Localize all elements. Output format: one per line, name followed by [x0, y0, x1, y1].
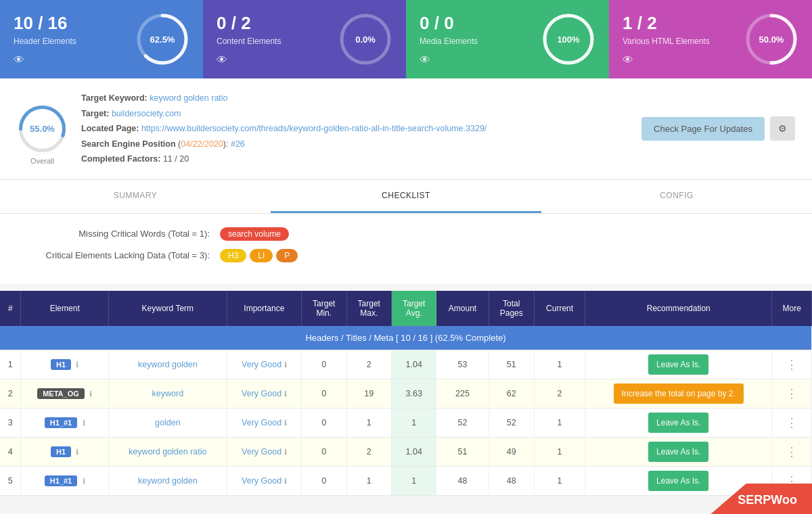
row-total-pages: 49	[489, 437, 534, 466]
stat-card-media: 0 / 0 Media Elements 👁 100%	[406, 0, 609, 78]
various-stat-label: Various HTML Elements	[623, 37, 710, 46]
row-element: H1_#1 ℹ	[21, 466, 108, 495]
content-circle: 0.0%	[338, 12, 392, 66]
row-element: H1 ℹ	[21, 437, 108, 466]
row-num: 3	[0, 408, 21, 437]
more-button[interactable]: ⋮	[786, 444, 798, 459]
tab-checklist[interactable]: CHECKLIST	[271, 180, 541, 213]
row-importance: Very Good ℹ	[227, 437, 301, 466]
lacking-tag-li: LI	[250, 249, 273, 262]
row-element: H1 ℹ	[21, 350, 108, 379]
row-keyword: keyword golden	[108, 466, 227, 495]
row-keyword: golden	[108, 408, 227, 437]
row-target-max: 2	[346, 350, 391, 379]
row-recommendation: Leave As Is.	[585, 350, 772, 379]
row-element: H1_#1 ℹ	[21, 408, 108, 437]
table-row: 4 H1 ℹ keyword golden ratio Very Good ℹ …	[0, 437, 812, 466]
row-amount: 52	[436, 408, 489, 437]
media-circle: 100%	[541, 12, 595, 66]
col-current: Current	[534, 291, 585, 326]
row-current: 2	[534, 379, 585, 408]
row-target-min: 0	[302, 466, 346, 495]
lacking-data-row: Critical Elements Lacking Data (Total = …	[20, 249, 792, 262]
header-circle: 62.5%	[135, 12, 189, 66]
content-eye-icon[interactable]: 👁	[217, 54, 281, 66]
row-recommendation: Leave As Is.	[585, 437, 772, 466]
overall-circle: 55.0% Overall	[17, 103, 68, 154]
position-num: #26	[231, 139, 245, 149]
row-more[interactable]: ⋮	[772, 437, 812, 466]
row-importance: Very Good ℹ	[227, 379, 301, 408]
header-eye-icon[interactable]: 👁	[14, 54, 76, 66]
info-section: 55.0% Overall Target Keyword: keyword go…	[0, 78, 812, 180]
row-current: 1	[534, 350, 585, 379]
row-target-min: 0	[302, 437, 346, 466]
various-circle: 50.0%	[744, 12, 798, 66]
table-wrapper: # Element Keyword Term Importance Target…	[0, 291, 812, 496]
row-importance: Very Good ℹ	[227, 466, 301, 495]
row-target-min: 0	[302, 379, 346, 408]
completed-factors: 11 / 20	[163, 154, 189, 164]
media-percent: 100%	[557, 34, 579, 45]
col-importance: Importance	[227, 291, 301, 326]
row-current: 1	[534, 408, 585, 437]
missing-critical-row: Missing Critical Words (Total = 1): sear…	[20, 227, 792, 241]
tab-summary[interactable]: SUMMARY	[0, 180, 271, 213]
row-amount: 53	[436, 350, 489, 379]
various-eye-icon[interactable]: 👁	[623, 54, 710, 66]
various-percent: 50.0%	[759, 34, 784, 45]
row-amount: 225	[436, 379, 489, 408]
row-target-max: 1	[346, 408, 391, 437]
row-target-avg: 1	[392, 466, 436, 495]
lacking-tag-h3: H3	[220, 249, 246, 262]
gear-button[interactable]: ⚙	[770, 116, 795, 141]
media-eye-icon[interactable]: 👁	[420, 54, 478, 66]
lacking-data-label: Critical Elements Lacking Data (Total = …	[20, 250, 210, 260]
col-target-max: TargetMax.	[346, 291, 391, 326]
tab-config[interactable]: CONFIG	[541, 180, 812, 213]
table-row: 5 H1_#1 ℹ keyword golden Very Good ℹ 0 1…	[0, 466, 812, 495]
row-keyword: keyword golden ratio	[108, 437, 227, 466]
target-site-link[interactable]: buildersociety.com	[112, 109, 181, 118]
row-more[interactable]: ⋮	[772, 350, 812, 379]
stat-card-content: 0 / 2 Content Elements 👁 0.0%	[203, 0, 406, 78]
checklist-table: # Element Keyword Term Importance Target…	[0, 291, 812, 496]
overall-label: Overall	[30, 157, 54, 165]
check-page-button[interactable]: Check Page For Updates	[641, 117, 765, 141]
row-num: 5	[0, 466, 21, 495]
row-element: META_OG ℹ	[21, 379, 108, 408]
row-keyword: keyword golden	[108, 350, 227, 379]
more-button[interactable]: ⋮	[786, 386, 798, 401]
row-target-max: 1	[346, 466, 391, 495]
located-page-link[interactable]: https://www.buildersociety.com/threads/k…	[141, 124, 487, 133]
row-num: 4	[0, 437, 21, 466]
info-details: Target Keyword: keyword golden ratio Tar…	[81, 91, 487, 167]
table-row: 3 H1_#1 ℹ golden Very Good ℹ 0 1 1 52 52…	[0, 408, 812, 437]
table-row: 1 H1 ℹ keyword golden Very Good ℹ 0 2 1.…	[0, 350, 812, 379]
row-target-min: 0	[302, 350, 346, 379]
row-current: 1	[534, 437, 585, 466]
overall-percent: 55.0%	[30, 124, 55, 134]
row-total-pages: 52	[489, 408, 534, 437]
row-target-max: 2	[346, 437, 391, 466]
row-recommendation: Increase the total on page by 2.	[585, 379, 772, 408]
section-header-cell: Headers / Titles / Meta [ 10 / 16 ] (62.…	[0, 326, 812, 350]
row-num: 1	[0, 350, 21, 379]
row-more[interactable]: ⋮	[772, 408, 812, 437]
col-element: Element	[21, 291, 108, 326]
row-recommendation: Leave As Is.	[585, 408, 772, 437]
row-target-min: 0	[302, 408, 346, 437]
col-num: #	[0, 291, 21, 326]
row-total-pages: 51	[489, 350, 534, 379]
more-button[interactable]: ⋮	[786, 415, 798, 430]
row-target-avg: 1	[392, 408, 436, 437]
target-keyword: keyword golden ratio	[150, 93, 227, 103]
row-target-avg: 1.04	[392, 350, 436, 379]
row-target-avg: 1.04	[392, 437, 436, 466]
missing-critical-label: Missing Critical Words (Total = 1):	[20, 229, 210, 239]
row-current: 1	[534, 466, 585, 495]
content-stat-label: Content Elements	[217, 37, 281, 46]
row-keyword: keyword	[108, 379, 227, 408]
more-button[interactable]: ⋮	[786, 357, 798, 372]
row-more[interactable]: ⋮	[772, 379, 812, 408]
